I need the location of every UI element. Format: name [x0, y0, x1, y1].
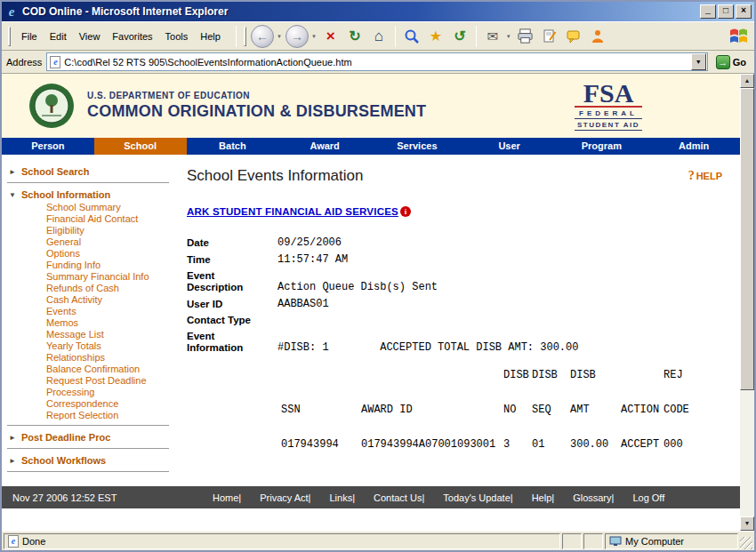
menu-item[interactable]: File [15, 28, 44, 44]
col-header: DISB [530, 358, 568, 381]
print-button[interactable] [515, 26, 536, 47]
sidebar-link[interactable]: Report Selection [2, 410, 176, 421]
sidebar-link[interactable]: Message List [2, 329, 176, 340]
info-icon[interactable]: i [400, 206, 411, 217]
toolbar-grip[interactable] [244, 27, 246, 46]
back-dropdown-icon[interactable]: ▼ [277, 34, 282, 39]
maximize-button[interactable]: □ [718, 4, 734, 19]
menu-item[interactable]: Favorites [106, 28, 158, 44]
address-dropdown-icon[interactable]: ▼ [691, 53, 706, 70]
main-panel: School Events Information ? HELP ARK STU… [176, 155, 740, 486]
nav-tab[interactable]: Batch [187, 138, 279, 155]
sidebar-link[interactable]: Eligibility [2, 225, 176, 236]
sidebar-section-post-deadline[interactable]: ► Post Deadline Proc [2, 429, 176, 444]
sidebar-link[interactable]: Refunds of Cash [2, 283, 176, 294]
mail-dropdown-icon[interactable]: ▼ [506, 34, 511, 39]
cell-disb-seq: 01 [530, 416, 568, 451]
field-label: Date [187, 237, 272, 249]
footer-link[interactable]: Today's Update [428, 492, 516, 503]
stop-button[interactable]: × [320, 26, 342, 47]
sidebar-link[interactable]: Relationships [2, 352, 176, 364]
history-button[interactable]: ↺ [449, 26, 470, 47]
menu-item[interactable]: Help [194, 28, 227, 44]
address-input[interactable]: e C:\cod\Rel 52 RTS 905\SchoolEventsInfo… [46, 52, 707, 71]
event-detail-fields: Date 09/25/2006 Time 11:57:47 AM Event D… [187, 236, 726, 354]
sidebar-link[interactable]: Balance Confirmation [2, 364, 176, 375]
nav-tab[interactable]: User [463, 138, 556, 155]
home-icon: ⌂ [374, 28, 383, 45]
sidebar-link[interactable]: School Summary [2, 202, 176, 213]
col-header [359, 358, 502, 381]
table-header-row-2: SSN AWARD ID NO SEQ AMT ACTION CODE [279, 381, 706, 416]
sidebar-section-school-search[interactable]: ► School Search [2, 164, 176, 179]
footer-link[interactable]: Glossary [558, 492, 617, 503]
footer-link[interactable]: Contact Us [358, 492, 428, 503]
scrollbar-track[interactable] [740, 390, 754, 516]
mail-button[interactable]: ✉ [482, 26, 503, 47]
search-button[interactable] [401, 26, 422, 47]
menu-item[interactable]: View [73, 28, 107, 44]
scroll-up-icon[interactable]: ▲ [740, 74, 754, 88]
sidebar-link[interactable]: Correspondence [2, 398, 176, 410]
scrollbar-thumb[interactable] [740, 88, 754, 390]
resize-grip[interactable] [740, 537, 752, 549]
sidebar-section-school-information[interactable]: ▼ School Information [2, 187, 176, 202]
footer-link[interactable]: Log Off [618, 492, 672, 503]
sidebar-section-label: School Information [21, 189, 110, 200]
nav-tab[interactable]: Services [371, 138, 463, 155]
menu-item[interactable]: Tools [159, 28, 195, 44]
scroll-down-icon[interactable]: ▼ [740, 516, 754, 531]
minimize-button[interactable]: _ [700, 4, 716, 19]
field-value: #DISB: 1 ACCEPTED TOTAL DISB AMT: 300.00 [277, 341, 578, 354]
content-area: ► School Search ▼ School Information Sch… [2, 155, 740, 486]
cell-disb-no: 3 [502, 416, 530, 451]
refresh-icon: ↻ [349, 28, 360, 44]
help-link[interactable]: ? HELP [688, 169, 722, 183]
forward-button[interactable]: → [286, 25, 309, 48]
sidebar-divider [7, 471, 169, 472]
address-bar: Address e C:\cod\Rel 52 RTS 905\SchoolEv… [2, 51, 754, 74]
messenger-button[interactable] [587, 26, 608, 47]
field-row: Time 11:57:47 AM [187, 253, 726, 266]
school-name-link[interactable]: ARK STUDENT FINANCIAL AID SERVICES [187, 206, 398, 217]
forward-icon: → [291, 29, 303, 44]
back-button[interactable]: ← [251, 25, 274, 48]
field-value: 09/25/2006 [277, 236, 342, 249]
sidebar-link[interactable]: Financial Aid Contact [2, 213, 176, 225]
sidebar-link[interactable]: Events [2, 306, 176, 317]
close-button[interactable]: × [736, 4, 752, 19]
sidebar-link[interactable]: Funding Info [2, 260, 176, 271]
refresh-button[interactable]: ↻ [344, 26, 366, 47]
nav-tab[interactable]: Program [556, 138, 648, 155]
nav-tab[interactable]: School [94, 138, 187, 155]
discuss-button[interactable] [563, 26, 584, 47]
disbursement-table: DISB DISB DISB REJ SSN AWARD ID NO SEQ [279, 358, 706, 451]
sidebar-link[interactable]: Options [2, 248, 176, 260]
nav-tab[interactable]: Award [278, 138, 371, 155]
home-button[interactable]: ⌂ [368, 26, 390, 47]
sidebar-link[interactable]: Cash Activity [2, 294, 176, 306]
sidebar-section-school-workflows[interactable]: ► School Workflows [2, 452, 176, 468]
favorites-button[interactable]: ★ [425, 26, 446, 47]
sidebar-link[interactable]: Processing [2, 387, 176, 398]
toolbar-grip[interactable] [8, 27, 11, 46]
col-header: AWARD ID [359, 381, 502, 416]
collapsed-arrow-icon: ► [9, 168, 16, 176]
forward-dropdown-icon[interactable]: ▼ [311, 34, 317, 39]
field-row: User ID AABBAS01 [187, 298, 726, 310]
footer-link[interactable]: Privacy Act [245, 492, 314, 503]
sidebar-link[interactable]: General [2, 236, 176, 248]
sidebar-link[interactable]: Request Post Deadline [2, 375, 176, 387]
go-button[interactable]: → Go [712, 55, 750, 69]
sidebar-link[interactable]: Yearly Totals [2, 340, 176, 352]
footer-timestamp: Nov 27 2006 12:52 EST [12, 492, 164, 503]
address-value[interactable]: C:\cod\Rel 52 RTS 905\SchoolEventsInform… [64, 57, 687, 68]
sidebar-link[interactable]: Summary Financial Info [2, 271, 176, 283]
sidebar-link[interactable]: Memos [2, 317, 176, 329]
nav-tab[interactable]: Admin [647, 138, 740, 155]
vertical-scrollbar[interactable]: ▲ ▼ [740, 74, 754, 531]
nav-tab[interactable]: Person [2, 138, 94, 155]
sidebar-divider [7, 182, 169, 183]
menu-item[interactable]: Edit [44, 28, 73, 44]
edit-button[interactable] [539, 26, 560, 47]
